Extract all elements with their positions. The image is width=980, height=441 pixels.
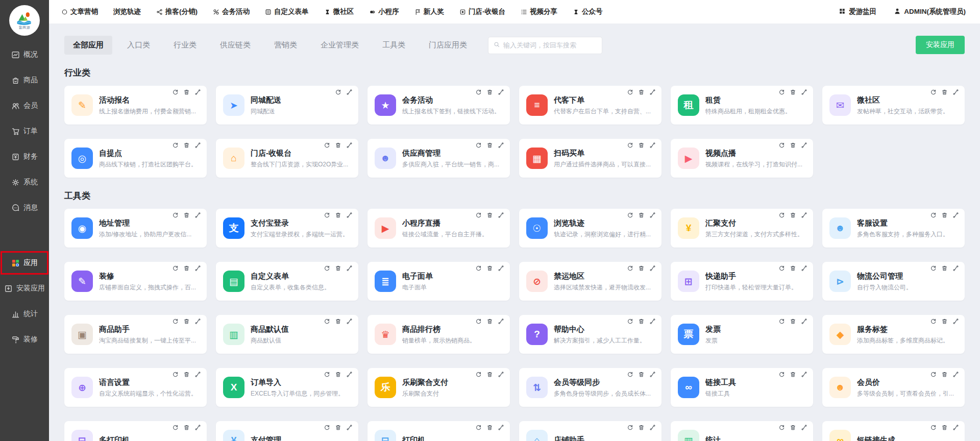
delete-icon[interactable] — [183, 318, 190, 325]
link-curve-icon[interactable] — [346, 89, 353, 95]
app-card[interactable]: X 订单导入 EXCEL导入订单信息，同步管理。 — [216, 368, 358, 407]
delete-icon[interactable] — [638, 371, 645, 378]
app-card[interactable]: ◆ 服务标签 添加商品标签，多维度商品标记。 — [822, 315, 965, 354]
delete-icon[interactable] — [638, 212, 645, 218]
app-card[interactable]: ▶ 视频点播 视频课程，在线学习，打造知识付... — [671, 139, 813, 178]
app-card[interactable]: ≡ 代客下单 代替客户在后台下单，支持自营、... — [519, 86, 662, 125]
delete-icon[interactable] — [638, 89, 645, 95]
refresh-icon[interactable] — [172, 142, 179, 149]
delete-icon[interactable] — [941, 371, 948, 378]
app-card[interactable]: ▥ 统计 — [671, 421, 813, 441]
link-curve-icon[interactable] — [346, 142, 353, 149]
link-curve-icon[interactable] — [649, 265, 656, 272]
refresh-icon[interactable] — [324, 212, 330, 218]
link-curve-icon[interactable] — [952, 212, 959, 218]
app-card[interactable]: 票 发票 发票 — [671, 315, 813, 354]
delete-icon[interactable] — [941, 212, 948, 218]
link-curve-icon[interactable] — [194, 371, 201, 378]
topnav-item-8[interactable]: 门店-收银台 — [459, 7, 505, 16]
refresh-icon[interactable] — [778, 318, 785, 325]
refresh-icon[interactable] — [930, 212, 937, 218]
app-card[interactable]: ≣ 电子面单 电子面单 — [368, 262, 510, 301]
link-curve-icon[interactable] — [801, 424, 807, 431]
app-card[interactable]: ▦ 扫码买单 用户通过插件选择商品，可以直接... — [519, 139, 662, 178]
sidebar-item-apps[interactable]: 应用 — [0, 250, 49, 276]
sidebar-item-install-apps[interactable]: 安装应用 — [0, 276, 49, 301]
delete-icon[interactable] — [941, 318, 948, 325]
link-curve-icon[interactable] — [649, 142, 656, 149]
app-card[interactable]: ➤ 同城配送 同城配送 — [216, 86, 358, 125]
link-curve-icon[interactable] — [498, 424, 504, 431]
link-curve-icon[interactable] — [801, 142, 807, 149]
sidebar-item-goods[interactable]: 商品 — [0, 67, 49, 93]
link-curve-icon[interactable] — [194, 424, 201, 431]
link-curve-icon[interactable] — [498, 212, 504, 218]
link-curve-icon[interactable] — [498, 265, 504, 272]
refresh-icon[interactable] — [475, 142, 482, 149]
refresh-icon[interactable] — [627, 142, 633, 149]
delete-icon[interactable] — [790, 318, 796, 325]
app-card[interactable]: ⊳ 物流公司管理 自行导入物流公司。 — [822, 262, 965, 301]
refresh-icon[interactable] — [627, 371, 633, 378]
link-curve-icon[interactable] — [801, 371, 807, 378]
topnav-item-6[interactable]: 小程序 — [369, 7, 399, 16]
app-card[interactable]: ¥ 支付管理 — [216, 421, 358, 441]
delete-icon[interactable] — [790, 89, 796, 95]
app-card[interactable]: ☻ 会员价 多等级会员制，可查看会员价，引... — [822, 368, 965, 407]
delete-icon[interactable] — [486, 424, 493, 431]
link-curve-icon[interactable] — [346, 265, 353, 272]
refresh-icon[interactable] — [324, 424, 330, 431]
link-curve-icon[interactable] — [801, 89, 807, 95]
app-card[interactable]: ☻ 供应商管理 多供应商入驻，平台统一销售，商... — [368, 139, 510, 178]
link-curve-icon[interactable] — [952, 424, 959, 431]
app-card[interactable]: ◎ 自提点 商品线下核销，打造社区团购平台。 — [64, 139, 207, 178]
app-card[interactable]: 支 支付宝登录 支付宝端登录授权，多端统一运营。 — [216, 209, 358, 248]
delete-icon[interactable] — [335, 424, 341, 431]
delete-icon[interactable] — [790, 371, 796, 378]
link-curve-icon[interactable] — [346, 371, 353, 378]
link-curve-icon[interactable] — [194, 142, 201, 149]
refresh-icon[interactable] — [778, 424, 785, 431]
link-curve-icon[interactable] — [952, 371, 959, 378]
delete-icon[interactable] — [183, 89, 190, 95]
delete-icon[interactable] — [486, 265, 493, 272]
app-card[interactable]: ⊕ 语言设置 自定义系统前端显示，个性化运营。 — [64, 368, 207, 407]
topnav-item-5[interactable]: 微社区 — [324, 7, 354, 16]
delete-icon[interactable] — [941, 424, 948, 431]
delete-icon[interactable] — [486, 212, 493, 218]
refresh-icon[interactable] — [930, 318, 937, 325]
refresh-icon[interactable] — [324, 265, 330, 272]
refresh-icon[interactable] — [324, 142, 330, 149]
refresh-icon[interactable] — [930, 424, 937, 431]
topnav-item-0[interactable]: 文章营销 — [61, 7, 98, 16]
link-curve-icon[interactable] — [952, 89, 959, 95]
link-curve-icon[interactable] — [801, 318, 807, 325]
delete-icon[interactable] — [183, 142, 190, 149]
refresh-icon[interactable] — [324, 318, 330, 325]
app-card[interactable]: ▤ 自定义表单 自定义表单，收集各类信息。 — [216, 262, 358, 301]
link-curve-icon[interactable] — [952, 318, 959, 325]
search-input[interactable] — [503, 41, 597, 49]
sidebar-item-system[interactable]: 系统 — [0, 169, 49, 195]
app-card[interactable]: ⌂ 店铺助手 — [519, 421, 662, 441]
sidebar-item-members[interactable]: 会员 — [0, 93, 49, 118]
sidebar-item-overview[interactable]: 概况 — [0, 42, 49, 67]
topnav-item-3[interactable]: 会务活动 — [213, 7, 250, 16]
sidebar-item-stats[interactable]: 统计 — [0, 301, 49, 327]
sidebar-item-orders[interactable]: 订单 — [0, 118, 49, 144]
refresh-icon[interactable] — [930, 265, 937, 272]
link-curve-icon[interactable] — [194, 89, 201, 95]
filter-tab[interactable]: 行业类 — [165, 36, 205, 55]
refresh-icon[interactable] — [172, 212, 179, 218]
refresh-icon[interactable] — [475, 371, 482, 378]
app-card[interactable]: ? 帮助中心 解决方案指引，减少人工工作量。 — [519, 315, 662, 354]
app-card[interactable]: ∞ 链接工具 链接工具 — [671, 368, 813, 407]
delete-icon[interactable] — [183, 371, 190, 378]
app-card[interactable]: 租 租赁 特殊商品租用，租期租金优惠。 — [671, 86, 813, 125]
topnav-item-2[interactable]: 推客(分销) — [156, 7, 198, 16]
delete-icon[interactable] — [335, 265, 341, 272]
topnav-item-10[interactable]: 公众号 — [573, 7, 603, 16]
delete-icon[interactable] — [183, 265, 190, 272]
app-card[interactable]: ☉ 浏览轨迹 轨迹记录，洞察浏览偏好，进行精... — [519, 209, 662, 248]
link-curve-icon[interactable] — [649, 89, 656, 95]
